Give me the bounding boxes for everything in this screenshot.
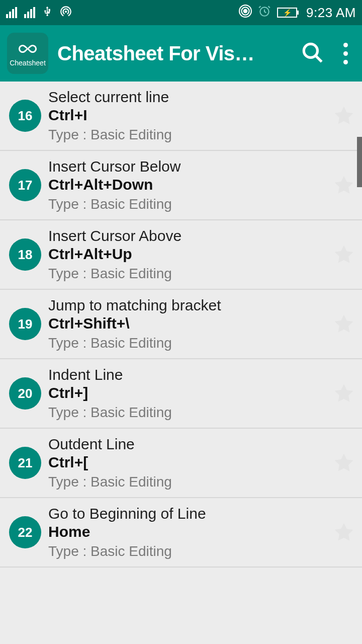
item-number-badge: 19 [9, 308, 41, 340]
item-shortcut: Ctrl+Alt+Up [48, 246, 326, 263]
item-shortcut: Home [48, 523, 326, 540]
item-title: Outdent Line [48, 436, 326, 453]
item-number-badge: 22 [9, 516, 41, 548]
favorite-button[interactable] [333, 452, 355, 474]
signal-icon [6, 7, 17, 18]
favorite-button[interactable] [333, 244, 355, 266]
hotspot-icon [59, 5, 72, 21]
dot-icon [343, 43, 348, 47]
star-icon [333, 452, 355, 474]
scrollbar-thumb[interactable] [357, 137, 362, 187]
dot-icon [343, 60, 348, 64]
usb-icon [42, 5, 52, 21]
item-shortcut: Ctrl+] [48, 384, 326, 401]
favorite-button[interactable] [333, 313, 355, 335]
status-bar: ⚡ 9:23 AM [0, 0, 362, 25]
favorite-button[interactable] [333, 521, 355, 543]
search-button[interactable] [295, 35, 330, 72]
app-icon[interactable]: Cheatsheet [7, 33, 48, 74]
alarm-icon [258, 5, 271, 21]
list-item[interactable]: 20 Indent Line Ctrl+] Type : Basic Editi… [0, 359, 362, 429]
item-body: Insert Cursor Above Ctrl+Alt+Up Type : B… [48, 227, 326, 282]
item-body: Jump to matching bracket Ctrl+Shift+\ Ty… [48, 297, 326, 351]
appbar-title: Cheatsheet For Vis… [57, 42, 286, 65]
svg-point-0 [244, 9, 247, 13]
status-time: 9:23 AM [306, 5, 356, 21]
favorite-button[interactable] [333, 174, 355, 196]
item-type: Type : Basic Editing [48, 543, 326, 559]
item-number-badge: 18 [9, 238, 41, 271]
star-icon [333, 521, 355, 543]
item-title: Select current line [48, 89, 326, 106]
item-type: Type : Basic Editing [48, 405, 326, 421]
favorite-button[interactable] [333, 105, 355, 127]
signal-icon-2 [24, 7, 35, 18]
battery-icon: ⚡ [277, 8, 297, 18]
item-title: Go to Beginning of Line [48, 505, 326, 522]
search-icon [300, 40, 325, 65]
item-body: Insert Cursor Below Ctrl+Alt+Down Type :… [48, 158, 326, 212]
svg-line-5 [316, 56, 322, 62]
favorite-button[interactable] [333, 382, 355, 405]
list-item[interactable]: 16 Select current line Ctrl+I Type : Bas… [0, 82, 362, 151]
shortcut-list[interactable]: 16 Select current line Ctrl+I Type : Bas… [0, 82, 362, 568]
item-type: Type : Basic Editing [48, 196, 326, 212]
infinity-icon [17, 40, 39, 58]
list-item[interactable]: 17 Insert Cursor Below Ctrl+Alt+Down Typ… [0, 151, 362, 220]
item-title: Insert Cursor Above [48, 227, 326, 245]
item-shortcut: Ctrl+[ [48, 454, 326, 471]
item-title: Indent Line [48, 366, 326, 383]
status-left [6, 5, 72, 21]
item-body: Outdent Line Ctrl+[ Type : Basic Editing [48, 436, 326, 490]
item-title: Insert Cursor Below [48, 158, 326, 175]
overflow-menu-button[interactable] [339, 43, 352, 64]
item-number-badge: 21 [9, 447, 41, 479]
item-number-badge: 20 [9, 377, 41, 410]
item-body: Select current line Ctrl+I Type : Basic … [48, 89, 326, 143]
star-icon [333, 105, 355, 127]
dot-icon [343, 51, 348, 56]
app-icon-label: Cheatsheet [10, 59, 46, 67]
item-type: Type : Basic Editing [48, 474, 326, 490]
item-body: Go to Beginning of Line Home Type : Basi… [48, 505, 326, 559]
star-icon [333, 313, 355, 335]
svg-point-4 [304, 44, 317, 57]
status-right: ⚡ 9:23 AM [239, 5, 356, 21]
item-body: Indent Line Ctrl+] Type : Basic Editing [48, 366, 326, 421]
item-title: Jump to matching bracket [48, 297, 326, 314]
item-shortcut: Ctrl+Alt+Down [48, 176, 326, 193]
list-item[interactable]: 22 Go to Beginning of Line Home Type : B… [0, 498, 362, 568]
star-icon [333, 174, 355, 196]
item-type: Type : Basic Editing [48, 127, 326, 143]
list-item[interactable]: 21 Outdent Line Ctrl+[ Type : Basic Edit… [0, 429, 362, 498]
list-item[interactable]: 19 Jump to matching bracket Ctrl+Shift+\… [0, 290, 362, 359]
star-icon [333, 244, 355, 266]
list-item[interactable]: 18 Insert Cursor Above Ctrl+Alt+Up Type … [0, 220, 362, 290]
item-number-badge: 17 [9, 169, 41, 201]
item-type: Type : Basic Editing [48, 335, 326, 351]
appbar: Cheatsheet Cheatsheet For Vis… [0, 25, 362, 82]
item-shortcut: Ctrl+Shift+\ [48, 315, 326, 332]
item-shortcut: Ctrl+I [48, 107, 326, 124]
item-number-badge: 16 [9, 100, 41, 132]
item-type: Type : Basic Editing [48, 266, 326, 282]
cast-icon [239, 5, 252, 21]
star-icon [333, 382, 355, 405]
